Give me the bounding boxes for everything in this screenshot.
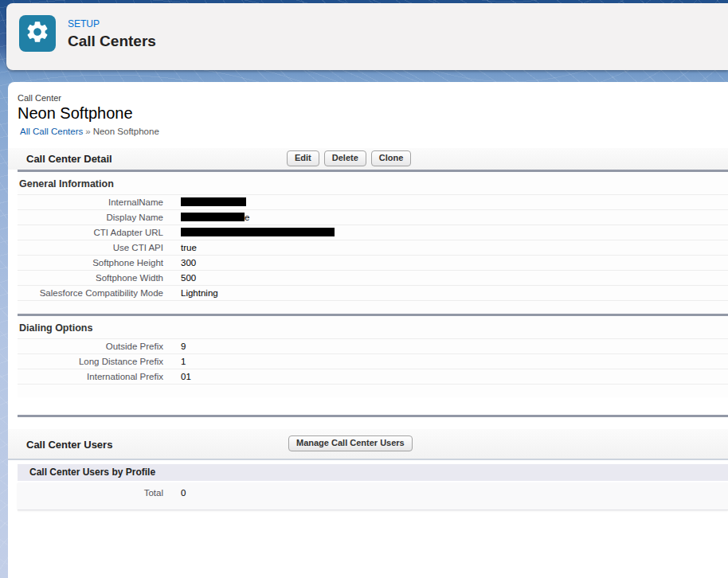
field-row-display-name: Display Name e	[18, 210, 728, 225]
field-value: 1	[181, 354, 186, 369]
users-by-profile-header: Call Center Users by Profile	[18, 464, 728, 481]
record-header: Call Center Neon Softphone All Call Cent…	[8, 82, 728, 136]
users-button-group: Manage Call Center Users	[288, 435, 413, 451]
spacer	[18, 301, 728, 310]
field-value	[181, 195, 246, 209]
field-value: true	[181, 240, 197, 255]
gear-icon	[25, 19, 50, 48]
field-row-softphone-height: Softphone Height 300	[18, 256, 728, 271]
dialing-panel: Dialing Options Outside Prefix 9 Long Di…	[18, 316, 728, 397]
redacted-value	[181, 197, 246, 206]
setup-header: SETUP Call Centers	[6, 3, 728, 70]
setup-eyebrow: SETUP	[68, 18, 100, 29]
breadcrumb-all-call-centers-link[interactable]: All Call Centers	[20, 127, 83, 136]
record-title: Neon Softphone	[18, 104, 728, 123]
field-row-outside-prefix: Outside Prefix 9	[18, 339, 728, 354]
manage-call-center-users-button[interactable]: Manage Call Center Users	[288, 435, 413, 451]
redacted-value	[181, 213, 245, 221]
users-by-profile-panel: Total 0	[18, 482, 728, 510]
content-card: Call Center Neon Softphone All Call Cent…	[8, 82, 728, 578]
spacer	[18, 385, 728, 394]
detail-section-title: Call Center Detail	[26, 153, 112, 165]
page-title: Call Centers	[68, 33, 156, 50]
users-section-header: Call Center Users Manage Call Center Use…	[8, 429, 728, 460]
field-label: Display Name	[18, 210, 163, 225]
field-value: 01	[181, 369, 191, 384]
spacer	[8, 397, 728, 415]
users-section-title: Call Center Users	[26, 439, 112, 451]
detail-button-group: Edit Delete Clone	[287, 150, 411, 166]
breadcrumb: All Call Centers»Neon Softphone	[18, 127, 728, 136]
field-row-total: Total 0	[18, 484, 728, 502]
field-label: International Prefix	[18, 369, 163, 384]
breadcrumb-current: Neon Softphone	[93, 127, 159, 136]
field-value	[181, 225, 335, 240]
breadcrumb-separator: »	[83, 127, 92, 136]
field-label: InternalName	[18, 195, 163, 209]
field-row-international-prefix: International Prefix 01	[18, 369, 728, 385]
field-row-softphone-width: Softphone Width 500	[18, 271, 728, 286]
field-value: Lightning	[181, 286, 218, 300]
field-row-use-cti-api: Use CTI API true	[18, 240, 728, 256]
clone-button[interactable]: Clone	[371, 150, 412, 166]
general-information-rows: InternalName Display Name e CTI Adapter …	[18, 194, 728, 301]
field-value: e	[181, 210, 249, 225]
field-label: Total	[18, 484, 163, 502]
detail-panel: General Information InternalName Display…	[18, 172, 728, 314]
field-label: Outside Prefix	[18, 339, 163, 353]
redaction-remnant: e	[245, 213, 249, 222]
field-label: Softphone Width	[18, 271, 163, 285]
field-row-cti-adapter-url: CTI Adapter URL	[18, 225, 728, 240]
field-label: Use CTI API	[18, 240, 163, 255]
dialing-options-heading: Dialing Options	[18, 316, 728, 338]
delete-button[interactable]: Delete	[324, 150, 366, 166]
general-information-heading: General Information	[18, 172, 728, 194]
field-value: 300	[181, 256, 196, 270]
edit-button[interactable]: Edit	[287, 150, 319, 166]
field-value: 0	[181, 484, 186, 502]
field-value: 500	[181, 271, 196, 285]
field-label: CTI Adapter URL	[18, 225, 163, 240]
redacted-value	[181, 228, 335, 236]
section-divider	[18, 415, 728, 417]
setup-tile	[19, 15, 56, 52]
entity-label: Call Center	[18, 93, 728, 103]
detail-section-header: Call Center Detail Edit Delete Clone	[8, 148, 728, 170]
field-row-compatibility-mode: Salesforce Compatibility Mode Lightning	[18, 286, 728, 301]
field-value: 9	[181, 339, 186, 353]
field-label: Salesforce Compatibility Mode	[18, 286, 163, 300]
field-label: Long Distance Prefix	[18, 354, 163, 369]
field-row-internalname: InternalName	[18, 195, 728, 210]
field-label: Softphone Height	[18, 256, 163, 270]
field-row-long-distance-prefix: Long Distance Prefix 1	[18, 354, 728, 369]
dialing-options-rows: Outside Prefix 9 Long Distance Prefix 1 …	[18, 338, 728, 385]
